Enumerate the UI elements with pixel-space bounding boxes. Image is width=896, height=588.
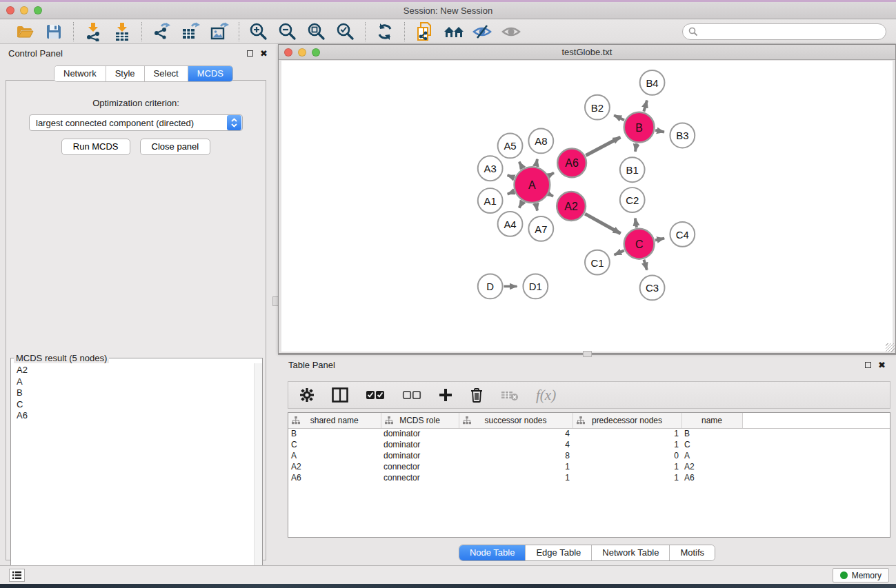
edge-A6-B[interactable] [586,137,620,156]
delete-columns-icon[interactable] [470,387,484,403]
close-panel-button[interactable]: Close panel [140,139,211,155]
node-B2[interactable]: B2 [585,95,610,120]
select-all-icon[interactable] [366,390,385,400]
zoom-selected-icon[interactable] [335,22,356,41]
edge-A-A5[interactable] [519,162,523,168]
column-header-successor-nodes[interactable]: successor nodes [459,413,573,428]
window-resize-grip[interactable] [886,343,895,352]
edge-B-B2[interactable] [614,115,624,120]
save-session-icon[interactable] [43,22,64,41]
memory-button[interactable]: Memory [833,568,889,582]
float-table-panel-icon[interactable] [865,362,871,368]
table-row[interactable]: Adominator80A [288,450,890,461]
create-column-icon[interactable] [439,388,452,402]
refresh-view-icon[interactable] [375,22,395,41]
close-table-panel-icon[interactable]: ✖ [878,361,886,369]
node-B3[interactable]: B3 [670,123,695,148]
edge-C-C1[interactable] [615,250,624,254]
node-C4[interactable]: C4 [670,222,695,247]
criterion-select[interactable]: largest connected component (directed) [29,114,243,131]
node-C3[interactable]: C3 [640,276,665,301]
zoom-fit-icon[interactable] [306,22,327,41]
minimize-window-button[interactable] [20,6,28,14]
network-zoom-button[interactable] [312,48,320,57]
edge-C-C4[interactable] [655,239,664,241]
node-A8[interactable]: A8 [528,129,553,154]
tab-network-table[interactable]: Network Table [592,545,670,560]
import-network-icon[interactable] [83,22,103,41]
run-mcds-button[interactable]: Run MCDS [61,139,130,155]
zoom-window-button[interactable] [34,6,42,14]
node-B4[interactable]: B4 [640,70,665,95]
node-A6[interactable]: A6 [557,148,586,177]
tab-node-table[interactable]: Node Table [459,545,526,560]
edge-A-A2[interactable] [549,194,553,196]
table-row[interactable]: A2connector11A2 [288,461,890,472]
node-C2[interactable]: C2 [620,187,645,212]
export-network-icon[interactable] [151,22,172,41]
toggle-column-display-icon[interactable] [332,387,348,403]
edge-A-A3[interactable] [508,175,515,178]
import-table-icon[interactable] [112,22,132,41]
table-settings-icon[interactable] [299,387,315,403]
node-A[interactable]: A [515,167,550,203]
tab-mcds[interactable]: MCDS [188,66,232,81]
column-header-predecessor-nodes[interactable]: predecessor nodes [573,413,681,428]
table-row[interactable]: Cdominator41C [288,439,890,450]
edge-B-B4[interactable] [644,101,647,112]
table-row[interactable]: A6connector11A6 [288,472,890,483]
node-D1[interactable]: D1 [523,274,548,299]
result-item[interactable]: C [13,399,260,411]
float-panel-icon[interactable] [247,50,253,57]
edge-A-A6[interactable] [549,173,554,176]
result-item[interactable]: B [13,387,260,399]
close-window-button[interactable] [6,6,14,14]
network-window-titlebar[interactable]: testGlobe.txt [279,45,895,60]
node-A7[interactable]: A7 [528,216,553,241]
zoom-in-icon[interactable] [248,22,269,41]
node-C[interactable]: C [624,229,655,259]
edge-B-B1[interactable] [635,143,637,152]
result-item[interactable]: A [13,376,260,388]
node-A3[interactable]: A3 [478,156,503,181]
node-A2[interactable]: A2 [557,192,586,221]
network-canvas[interactable]: AA6A2BCA5A8A3A1A4A7B2B4B3B1C2C4C1C3DD1 [281,61,893,352]
node-A1[interactable]: A1 [478,188,503,213]
node-C1[interactable]: C1 [585,250,610,275]
edge-A-A7[interactable] [536,203,537,210]
network-close-button[interactable] [284,48,292,57]
houses-icon[interactable] [443,22,464,41]
export-table-icon[interactable] [180,22,201,41]
mcds-result-list[interactable]: A2ABCA6 [13,365,260,578]
task-history-button[interactable] [9,569,25,582]
zoom-out-icon[interactable] [277,22,298,41]
show-all-icon[interactable] [501,22,521,41]
open-file-icon[interactable] [14,22,35,41]
edge-C-C2[interactable] [635,219,637,228]
edge-A-A4[interactable] [519,201,523,207]
deselect-all-icon[interactable] [402,390,421,400]
column-header-name[interactable]: name [681,413,742,428]
node-table[interactable]: shared nameMCDS rolesuccessor nodesprede… [288,412,890,538]
search-field[interactable] [682,23,886,40]
node-A4[interactable]: A4 [498,212,523,236]
edge-B-B3[interactable] [655,130,664,132]
edge-A2-C[interactable] [585,214,621,234]
tab-network[interactable]: Network [54,66,106,81]
new-network-from-selection-icon[interactable] [414,22,435,41]
table-row[interactable]: Bdominator41B [288,428,890,439]
edge-A-A1[interactable] [508,192,514,194]
export-image-icon[interactable] [209,22,230,41]
node-B[interactable]: B [624,112,655,143]
search-input[interactable] [698,27,880,37]
network-minimize-button[interactable] [298,48,306,57]
close-panel-icon[interactable]: ✖ [260,49,268,58]
hide-selected-icon[interactable] [472,22,492,41]
tab-style[interactable]: Style [106,66,145,81]
tab-motifs[interactable]: Motifs [670,545,715,560]
column-header-shared-name[interactable]: shared name [288,413,381,428]
column-header-MCDS-role[interactable]: MCDS role [381,413,459,428]
node-D[interactable]: D [478,274,503,299]
tab-edge-table[interactable]: Edge Table [526,545,592,560]
tab-select[interactable]: Select [145,66,188,81]
